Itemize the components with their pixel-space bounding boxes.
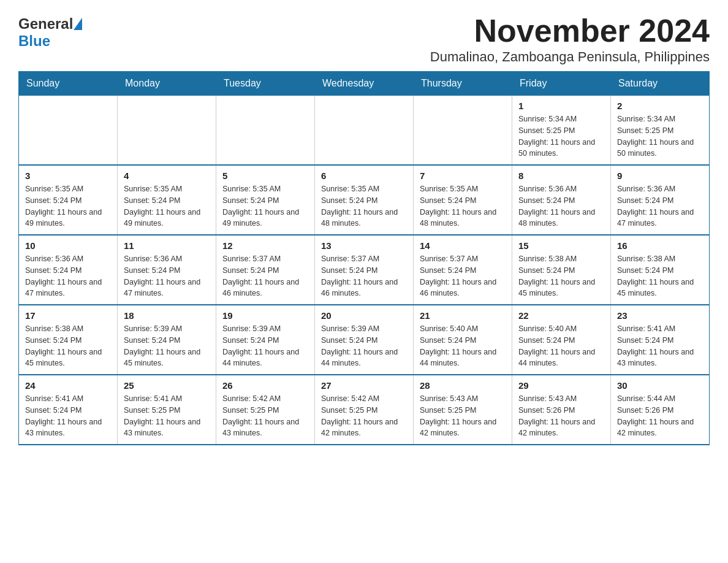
calendar-week-5: 24Sunrise: 5:41 AMSunset: 5:24 PMDayligh… — [19, 375, 710, 445]
calendar-cell: 23Sunrise: 5:41 AMSunset: 5:24 PMDayligh… — [611, 305, 710, 375]
col-thursday: Thursday — [414, 72, 512, 96]
day-number: 17 — [25, 310, 111, 321]
day-info: Sunrise: 5:34 AMSunset: 5:25 PMDaylight:… — [617, 113, 703, 159]
calendar-cell: 18Sunrise: 5:39 AMSunset: 5:24 PMDayligh… — [118, 305, 216, 375]
calendar-cell — [414, 96, 512, 166]
day-number: 20 — [321, 310, 407, 321]
day-number: 4 — [124, 170, 210, 181]
calendar-cell: 21Sunrise: 5:40 AMSunset: 5:24 PMDayligh… — [414, 305, 512, 375]
day-number: 24 — [25, 380, 111, 391]
day-info: Sunrise: 5:35 AMSunset: 5:24 PMDaylight:… — [222, 183, 308, 229]
day-info: Sunrise: 5:34 AMSunset: 5:25 PMDaylight:… — [518, 113, 604, 159]
calendar-cell: 19Sunrise: 5:39 AMSunset: 5:24 PMDayligh… — [216, 305, 315, 375]
day-info: Sunrise: 5:39 AMSunset: 5:24 PMDaylight:… — [124, 323, 210, 369]
logo-blue-text: Blue — [18, 33, 50, 49]
page-header: General Blue November 2024 Dumalinao, Za… — [18, 12, 710, 65]
day-number: 26 — [222, 380, 308, 391]
calendar-cell: 20Sunrise: 5:39 AMSunset: 5:24 PMDayligh… — [315, 305, 414, 375]
calendar-cell: 26Sunrise: 5:42 AMSunset: 5:25 PMDayligh… — [216, 375, 315, 445]
calendar-cell: 3Sunrise: 5:35 AMSunset: 5:24 PMDaylight… — [19, 165, 118, 235]
calendar-cell: 6Sunrise: 5:35 AMSunset: 5:24 PMDaylight… — [315, 165, 414, 235]
day-info: Sunrise: 5:37 AMSunset: 5:24 PMDaylight:… — [420, 253, 506, 299]
page-title: November 2024 — [430, 12, 710, 49]
day-number: 13 — [321, 240, 407, 251]
day-number: 7 — [420, 170, 506, 181]
col-wednesday: Wednesday — [315, 72, 414, 96]
col-monday: Monday — [118, 72, 216, 96]
calendar-cell: 28Sunrise: 5:43 AMSunset: 5:25 PMDayligh… — [414, 375, 512, 445]
calendar-week-4: 17Sunrise: 5:38 AMSunset: 5:24 PMDayligh… — [19, 305, 710, 375]
calendar-week-3: 10Sunrise: 5:36 AMSunset: 5:24 PMDayligh… — [19, 235, 710, 305]
day-number: 1 — [518, 101, 604, 111]
day-info: Sunrise: 5:35 AMSunset: 5:24 PMDaylight:… — [25, 183, 111, 229]
calendar-cell — [315, 96, 414, 166]
calendar-cell: 5Sunrise: 5:35 AMSunset: 5:24 PMDaylight… — [216, 165, 315, 235]
calendar-cell — [118, 96, 216, 166]
day-info: Sunrise: 5:42 AMSunset: 5:25 PMDaylight:… — [321, 393, 407, 439]
calendar-cell: 10Sunrise: 5:36 AMSunset: 5:24 PMDayligh… — [19, 235, 118, 305]
col-sunday: Sunday — [19, 72, 118, 96]
day-number: 21 — [420, 310, 506, 321]
day-number: 29 — [518, 380, 604, 391]
day-number: 18 — [124, 310, 210, 321]
calendar-body: 1Sunrise: 5:34 AMSunset: 5:25 PMDaylight… — [19, 96, 710, 445]
day-info: Sunrise: 5:37 AMSunset: 5:24 PMDaylight:… — [222, 253, 308, 299]
day-info: Sunrise: 5:36 AMSunset: 5:24 PMDaylight:… — [518, 183, 604, 229]
calendar-cell: 1Sunrise: 5:34 AMSunset: 5:25 PMDaylight… — [512, 96, 611, 166]
header-row: Sunday Monday Tuesday Wednesday Thursday… — [19, 72, 710, 96]
day-number: 27 — [321, 380, 407, 391]
day-number: 28 — [420, 380, 506, 391]
calendar-cell: 2Sunrise: 5:34 AMSunset: 5:25 PMDaylight… — [611, 96, 710, 166]
day-number: 11 — [124, 240, 210, 251]
calendar-cell: 16Sunrise: 5:38 AMSunset: 5:24 PMDayligh… — [611, 235, 710, 305]
day-number: 8 — [518, 170, 604, 181]
col-saturday: Saturday — [611, 72, 710, 96]
calendar-week-1: 1Sunrise: 5:34 AMSunset: 5:25 PMDaylight… — [19, 96, 710, 166]
calendar-cell: 14Sunrise: 5:37 AMSunset: 5:24 PMDayligh… — [414, 235, 512, 305]
logo-arrow-icon — [74, 18, 82, 30]
day-info: Sunrise: 5:41 AMSunset: 5:25 PMDaylight:… — [124, 393, 210, 439]
day-info: Sunrise: 5:38 AMSunset: 5:24 PMDaylight:… — [518, 253, 604, 299]
day-info: Sunrise: 5:44 AMSunset: 5:26 PMDaylight:… — [617, 393, 703, 439]
calendar-cell — [216, 96, 315, 166]
calendar-cell: 8Sunrise: 5:36 AMSunset: 5:24 PMDaylight… — [512, 165, 611, 235]
calendar-week-2: 3Sunrise: 5:35 AMSunset: 5:24 PMDaylight… — [19, 165, 710, 235]
calendar-header: Sunday Monday Tuesday Wednesday Thursday… — [19, 72, 710, 96]
day-info: Sunrise: 5:41 AMSunset: 5:24 PMDaylight:… — [25, 393, 111, 439]
day-number: 10 — [25, 240, 111, 251]
day-info: Sunrise: 5:38 AMSunset: 5:24 PMDaylight:… — [617, 253, 703, 299]
day-info: Sunrise: 5:41 AMSunset: 5:24 PMDaylight:… — [617, 323, 703, 369]
calendar-cell: 25Sunrise: 5:41 AMSunset: 5:25 PMDayligh… — [118, 375, 216, 445]
col-tuesday: Tuesday — [216, 72, 315, 96]
calendar-cell: 11Sunrise: 5:36 AMSunset: 5:24 PMDayligh… — [118, 235, 216, 305]
day-number: 16 — [617, 240, 703, 251]
calendar-cell: 7Sunrise: 5:35 AMSunset: 5:24 PMDaylight… — [414, 165, 512, 235]
day-number: 23 — [617, 310, 703, 321]
day-info: Sunrise: 5:39 AMSunset: 5:24 PMDaylight:… — [321, 323, 407, 369]
day-info: Sunrise: 5:35 AMSunset: 5:24 PMDaylight:… — [124, 183, 210, 229]
calendar-cell: 9Sunrise: 5:36 AMSunset: 5:24 PMDaylight… — [611, 165, 710, 235]
day-number: 30 — [617, 380, 703, 391]
calendar-cell: 17Sunrise: 5:38 AMSunset: 5:24 PMDayligh… — [19, 305, 118, 375]
day-info: Sunrise: 5:35 AMSunset: 5:24 PMDaylight:… — [420, 183, 506, 229]
day-info: Sunrise: 5:37 AMSunset: 5:24 PMDaylight:… — [321, 253, 407, 299]
day-info: Sunrise: 5:43 AMSunset: 5:26 PMDaylight:… — [518, 393, 604, 439]
calendar-cell: 30Sunrise: 5:44 AMSunset: 5:26 PMDayligh… — [611, 375, 710, 445]
calendar-table: Sunday Monday Tuesday Wednesday Thursday… — [18, 71, 710, 445]
calendar-cell: 24Sunrise: 5:41 AMSunset: 5:24 PMDayligh… — [19, 375, 118, 445]
day-number: 14 — [420, 240, 506, 251]
day-info: Sunrise: 5:36 AMSunset: 5:24 PMDaylight:… — [25, 253, 111, 299]
day-number: 6 — [321, 170, 407, 181]
day-info: Sunrise: 5:35 AMSunset: 5:24 PMDaylight:… — [321, 183, 407, 229]
day-info: Sunrise: 5:36 AMSunset: 5:24 PMDaylight:… — [617, 183, 703, 229]
day-number: 25 — [124, 380, 210, 391]
day-info: Sunrise: 5:38 AMSunset: 5:24 PMDaylight:… — [25, 323, 111, 369]
calendar-cell: 29Sunrise: 5:43 AMSunset: 5:26 PMDayligh… — [512, 375, 611, 445]
day-info: Sunrise: 5:40 AMSunset: 5:24 PMDaylight:… — [420, 323, 506, 369]
calendar-cell: 27Sunrise: 5:42 AMSunset: 5:25 PMDayligh… — [315, 375, 414, 445]
day-number: 22 — [518, 310, 604, 321]
logo: General Blue — [18, 12, 82, 50]
day-info: Sunrise: 5:42 AMSunset: 5:25 PMDaylight:… — [222, 393, 308, 439]
day-info: Sunrise: 5:39 AMSunset: 5:24 PMDaylight:… — [222, 323, 308, 369]
page-subtitle: Dumalinao, Zamboanga Peninsula, Philippi… — [430, 49, 710, 65]
